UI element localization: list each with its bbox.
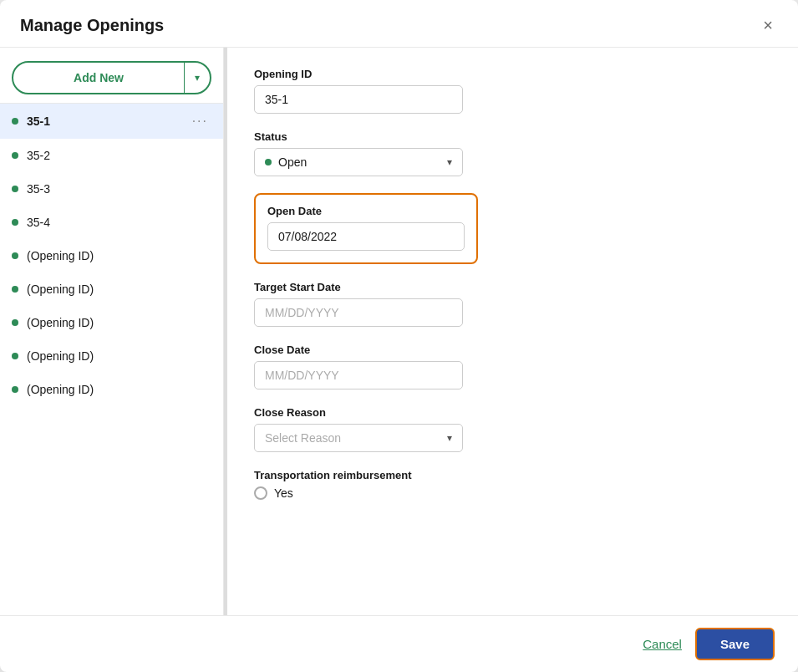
close-reason-dropdown[interactable]: Select Reason ▾ [254,424,463,452]
close-reason-group: Close Reason Select Reason ▾ [254,406,771,452]
open-date-label: Open Date [267,205,465,217]
yes-radio[interactable] [254,486,267,500]
modal-header: Manage Openings × [0,0,798,48]
status-dropdown[interactable]: Open ▾ [254,148,463,176]
target-start-date-input[interactable] [254,298,463,327]
chevron-down-icon: ▾ [447,156,452,168]
sidebar-item-35-2[interactable]: 35-2 [0,139,223,172]
sidebar-dot [12,353,18,359]
sidebar-item-35-1[interactable]: 35-1 ··· [0,104,223,139]
content-area: Opening ID Status Open ▾ Open Date Targe… [227,48,798,615]
close-reason-placeholder: Select Reason [265,431,341,445]
sidebar-dot [12,319,18,326]
opening-id-input[interactable] [254,85,463,114]
close-button[interactable]: × [758,15,778,35]
sidebar-item-label: (Opening ID) [27,383,211,396]
sidebar-item-oid-3[interactable]: (Opening ID) [0,306,223,339]
sidebar-item-label: (Opening ID) [27,283,211,296]
opening-id-group: Opening ID [254,68,771,114]
chevron-down-icon: ▾ [447,432,452,444]
cancel-button[interactable]: Cancel [643,637,682,651]
transportation-label: Transportation reimbursement [254,469,771,481]
open-date-input[interactable] [267,222,465,251]
close-date-group: Close Date [254,344,771,389]
sidebar-item-oid-5[interactable]: (Opening ID) [0,373,223,406]
transportation-group: Transportation reimbursement Yes [254,469,771,500]
sidebar-dot [12,286,18,293]
save-button[interactable]: Save [695,628,775,660]
sidebar-dot [12,252,18,259]
sidebar-item-oid-4[interactable]: (Opening ID) [0,339,223,373]
status-label: Status [254,130,771,143]
manage-openings-modal: Manage Openings × Add New ▾ 35-1 ··· [0,0,798,672]
status-group: Status Open ▾ [254,130,771,176]
sidebar: Add New ▾ 35-1 ··· 35-2 [0,48,224,615]
sidebar-dot [12,152,18,159]
sidebar-item-35-4[interactable]: 35-4 [0,206,223,239]
target-start-date-label: Target Start Date [254,281,771,293]
close-reason-label: Close Reason [254,406,771,419]
sidebar-item-oid-2[interactable]: (Opening ID) [0,272,223,306]
sidebar-dot [12,219,18,226]
add-new-arrow-icon: ▾ [185,72,210,84]
target-start-date-group: Target Start Date [254,281,771,327]
add-new-button[interactable]: Add New ▾ [12,61,211,94]
modal-title: Manage Openings [20,16,164,35]
opening-id-label: Opening ID [254,68,771,80]
sidebar-list: 35-1 ··· 35-2 35-3 35-4 [0,104,223,615]
sidebar-item-35-3[interactable]: 35-3 [0,172,223,206]
sidebar-item-label: 35-1 [27,115,189,128]
close-date-input[interactable] [254,361,463,389]
modal-footer: Cancel Save [0,615,798,672]
status-value: Open [278,155,447,169]
modal-body: Add New ▾ 35-1 ··· 35-2 [0,48,798,615]
close-date-label: Close Date [254,344,771,356]
transportation-radio-group: Yes [254,486,771,500]
sidebar-item-label: (Opening ID) [27,249,211,262]
sidebar-dot [12,186,18,192]
sidebar-item-label: 35-3 [27,182,211,196]
sidebar-item-label: (Opening ID) [27,349,211,363]
sidebar-top: Add New ▾ [0,48,223,104]
yes-radio-label: Yes [274,486,293,500]
sidebar-item-label: 35-4 [27,216,211,229]
sidebar-dot [12,118,18,125]
sidebar-item-label: 35-2 [27,149,211,162]
sidebar-dot [12,386,18,393]
sidebar-item-label: (Opening ID) [27,316,211,329]
status-dot-icon [265,159,272,165]
add-new-label: Add New [13,64,184,91]
open-date-group: Open Date [254,193,478,264]
more-options-icon[interactable]: ··· [189,114,211,129]
sidebar-item-oid-1[interactable]: (Opening ID) [0,239,223,272]
